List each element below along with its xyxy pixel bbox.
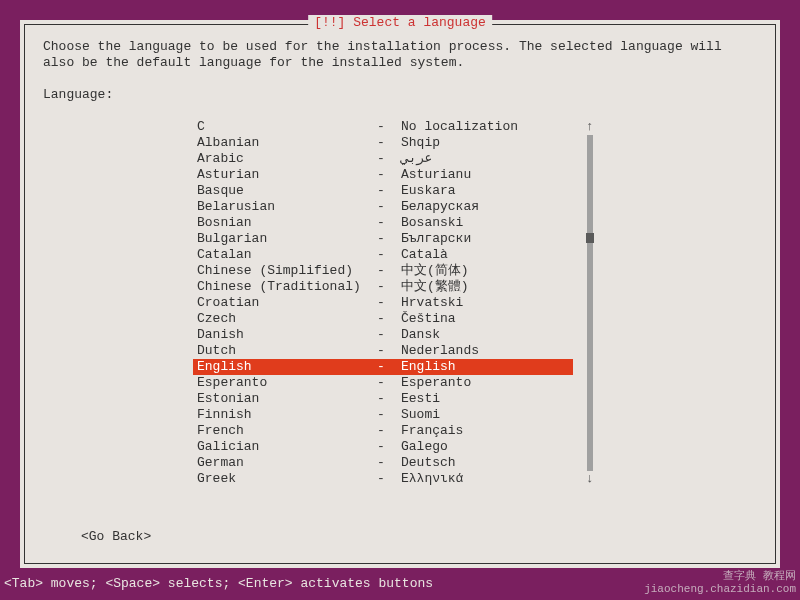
language-native: Nederlands xyxy=(401,343,479,359)
language-name: Czech xyxy=(197,311,377,327)
separator: - xyxy=(377,423,401,439)
scroll-thumb[interactable] xyxy=(586,233,594,243)
language-list[interactable]: C-No localizationAlbanian-ShqipArabic-عر… xyxy=(193,119,573,487)
separator: - xyxy=(377,247,401,263)
language-option[interactable]: Esperanto-Esperanto xyxy=(193,375,573,391)
language-native: Français xyxy=(401,423,463,439)
separator: - xyxy=(377,439,401,455)
language-prompt: Language: xyxy=(43,87,757,103)
language-native: Esperanto xyxy=(401,375,471,391)
language-name: Finnish xyxy=(197,407,377,423)
separator: - xyxy=(377,135,401,151)
separator: - xyxy=(377,279,401,295)
language-native: Deutsch xyxy=(401,455,456,471)
language-option[interactable]: Finnish-Suomi xyxy=(193,407,573,423)
separator: - xyxy=(377,327,401,343)
language-native: Беларуская xyxy=(401,199,479,215)
separator: - xyxy=(377,311,401,327)
language-option[interactable]: Czech-Čeština xyxy=(193,311,573,327)
language-native: عربي xyxy=(401,151,432,167)
separator: - xyxy=(377,151,401,167)
language-native: No localization xyxy=(401,119,518,135)
language-name: Catalan xyxy=(197,247,377,263)
go-back-button[interactable]: <Go Back> xyxy=(81,529,151,545)
separator: - xyxy=(377,167,401,183)
language-name: C xyxy=(197,119,377,135)
language-native: 中文(繁體) xyxy=(401,279,469,295)
language-native: Čeština xyxy=(401,311,456,327)
separator: - xyxy=(377,199,401,215)
dialog-title: [!!] Select a language xyxy=(308,15,492,31)
language-name: Belarusian xyxy=(197,199,377,215)
separator: - xyxy=(377,391,401,407)
language-native: Ελληνικά xyxy=(401,471,463,487)
language-name: Arabic xyxy=(197,151,377,167)
language-option[interactable]: Bosnian-Bosanski xyxy=(193,215,573,231)
language-native: Galego xyxy=(401,439,448,455)
language-option[interactable]: Danish-Dansk xyxy=(193,327,573,343)
separator: - xyxy=(377,231,401,247)
language-native: Shqip xyxy=(401,135,440,151)
language-native: Euskara xyxy=(401,183,456,199)
language-name: Dutch xyxy=(197,343,377,359)
language-option[interactable]: C-No localization xyxy=(193,119,573,135)
language-option[interactable]: Bulgarian-Български xyxy=(193,231,573,247)
language-option[interactable]: Galician-Galego xyxy=(193,439,573,455)
language-name: Bulgarian xyxy=(197,231,377,247)
language-dialog: [!!] Select a language Choose the langua… xyxy=(20,20,780,568)
separator: - xyxy=(377,375,401,391)
language-native: Hrvatski xyxy=(401,295,463,311)
language-option[interactable]: Albanian-Shqip xyxy=(193,135,573,151)
watermark-line1: 查字典 教程网 xyxy=(644,570,796,583)
language-name: Asturian xyxy=(197,167,377,183)
language-option[interactable]: Basque-Euskara xyxy=(193,183,573,199)
language-name: French xyxy=(197,423,377,439)
language-option[interactable]: Estonian-Eesti xyxy=(193,391,573,407)
separator: - xyxy=(377,455,401,471)
separator: - xyxy=(377,295,401,311)
language-option[interactable]: English-English xyxy=(193,359,573,375)
language-name: German xyxy=(197,455,377,471)
language-native: English xyxy=(401,359,456,375)
language-name: Croatian xyxy=(197,295,377,311)
scrollbar[interactable]: ↑ ↓ xyxy=(585,119,595,487)
language-native: Български xyxy=(401,231,471,247)
separator: - xyxy=(377,183,401,199)
language-option[interactable]: Croatian-Hrvatski xyxy=(193,295,573,311)
language-option[interactable]: Chinese (Traditional)-中文(繁體) xyxy=(193,279,573,295)
footer-hint: <Tab> moves; <Space> selects; <Enter> ac… xyxy=(4,576,433,592)
language-option[interactable]: Arabic-عربي xyxy=(193,151,573,167)
dialog-description: Choose the language to be used for the i… xyxy=(43,39,757,71)
language-native: Asturianu xyxy=(401,167,471,183)
language-option[interactable]: Dutch-Nederlands xyxy=(193,343,573,359)
language-name: Bosnian xyxy=(197,215,377,231)
language-name: Chinese (Traditional) xyxy=(197,279,377,295)
language-name: Galician xyxy=(197,439,377,455)
language-option[interactable]: Greek-Ελληνικά xyxy=(193,471,573,487)
language-option[interactable]: German-Deutsch xyxy=(193,455,573,471)
separator: - xyxy=(377,263,401,279)
language-option[interactable]: Chinese (Simplified)-中文(简体) xyxy=(193,263,573,279)
language-name: Greek xyxy=(197,471,377,487)
language-native: Català xyxy=(401,247,448,263)
language-native: Suomi xyxy=(401,407,440,423)
separator: - xyxy=(377,343,401,359)
language-name: Danish xyxy=(197,327,377,343)
language-native: Bosanski xyxy=(401,215,463,231)
language-name: Chinese (Simplified) xyxy=(197,263,377,279)
scroll-track[interactable] xyxy=(587,135,593,471)
separator: - xyxy=(377,215,401,231)
language-native: 中文(简体) xyxy=(401,263,469,279)
language-option[interactable]: Asturian-Asturianu xyxy=(193,167,573,183)
language-option[interactable]: French-Français xyxy=(193,423,573,439)
language-list-area: C-No localizationAlbanian-ShqipArabic-عر… xyxy=(193,119,757,487)
separator: - xyxy=(377,359,401,375)
language-option[interactable]: Belarusian-Беларуская xyxy=(193,199,573,215)
separator: - xyxy=(377,471,401,487)
scroll-down-icon[interactable]: ↓ xyxy=(586,471,594,487)
language-option[interactable]: Catalan-Català xyxy=(193,247,573,263)
language-native: Eesti xyxy=(401,391,440,407)
watermark-line2: jiaocheng.chazidian.com xyxy=(644,583,796,596)
scroll-up-icon[interactable]: ↑ xyxy=(586,119,594,135)
language-name: English xyxy=(197,359,377,375)
